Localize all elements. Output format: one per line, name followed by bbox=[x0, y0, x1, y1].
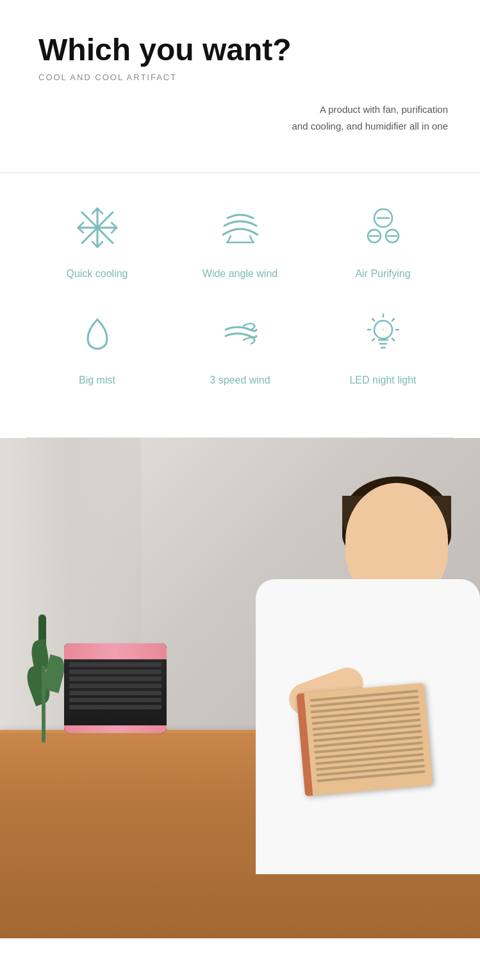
product-photo-section bbox=[0, 438, 480, 938]
grill-line-6 bbox=[69, 698, 161, 702]
plant bbox=[19, 614, 70, 743]
feature-wide-angle-wind: Wide angle wind bbox=[183, 199, 298, 280]
svg-line-13 bbox=[250, 236, 253, 242]
filter-icon bbox=[354, 199, 412, 257]
feature-big-mist: Big mist bbox=[40, 305, 155, 386]
main-title: Which you want? bbox=[38, 32, 448, 67]
description-line2: and cooling, and humidifier all in one bbox=[292, 121, 449, 131]
plant-stem bbox=[42, 666, 46, 743]
grill-line-7 bbox=[69, 705, 161, 709]
droplet-icon bbox=[69, 305, 126, 363]
grill-line-1 bbox=[69, 663, 161, 667]
wind-angle-icon bbox=[211, 199, 269, 257]
feature-3-speed-wind: 3 speed wind bbox=[183, 305, 298, 386]
sub-title: COOL AND COOL ARTIFACT bbox=[38, 72, 448, 82]
cooler-device bbox=[64, 643, 167, 739]
snowflake-icon bbox=[69, 199, 126, 257]
device-body bbox=[64, 643, 167, 733]
svg-line-30 bbox=[372, 319, 374, 321]
book-lines bbox=[310, 689, 426, 788]
feature-led-night-light: LED night light bbox=[326, 305, 441, 386]
grill-line-2 bbox=[69, 670, 161, 674]
wind-speed-icon bbox=[211, 305, 269, 363]
svg-line-29 bbox=[392, 319, 394, 321]
features-row-1: Quick cooling Wide angle wind bbox=[26, 199, 454, 280]
top-section: Which you want? COOL AND COOL ARTIFACT A… bbox=[0, 0, 480, 173]
person-figure bbox=[211, 457, 480, 874]
top-divider bbox=[0, 173, 480, 173]
air-purifying-label: Air Purifying bbox=[355, 268, 410, 280]
device-bottom-strip bbox=[64, 725, 167, 733]
feature-air-purifying: Air Purifying bbox=[326, 199, 441, 280]
big-mist-label: Big mist bbox=[79, 375, 115, 386]
svg-line-32 bbox=[372, 339, 374, 341]
svg-line-31 bbox=[392, 339, 394, 341]
features-row-2: Big mist 3 speed wind bbox=[26, 305, 454, 386]
device-top-strip bbox=[64, 643, 167, 659]
svg-line-12 bbox=[228, 236, 231, 242]
book bbox=[296, 683, 433, 797]
scene-background bbox=[0, 438, 480, 938]
wide-angle-wind-label: Wide angle wind bbox=[203, 268, 277, 280]
quick-cooling-label: Quick cooling bbox=[66, 268, 128, 280]
3-speed-wind-label: 3 speed wind bbox=[210, 375, 270, 386]
led-night-light-label: LED night light bbox=[349, 375, 416, 386]
grill-line-3 bbox=[69, 677, 161, 681]
feature-quick-cooling: Quick cooling bbox=[40, 199, 155, 280]
light-bulb-icon bbox=[354, 305, 412, 363]
grill-line-4 bbox=[69, 684, 161, 688]
device-grills bbox=[64, 659, 167, 715]
description: A product with fan, purification and coo… bbox=[38, 101, 448, 134]
description-line1: A product with fan, purification bbox=[320, 104, 448, 115]
grill-line-5 bbox=[69, 691, 161, 695]
features-section: Quick cooling Wide angle wind bbox=[0, 199, 480, 431]
